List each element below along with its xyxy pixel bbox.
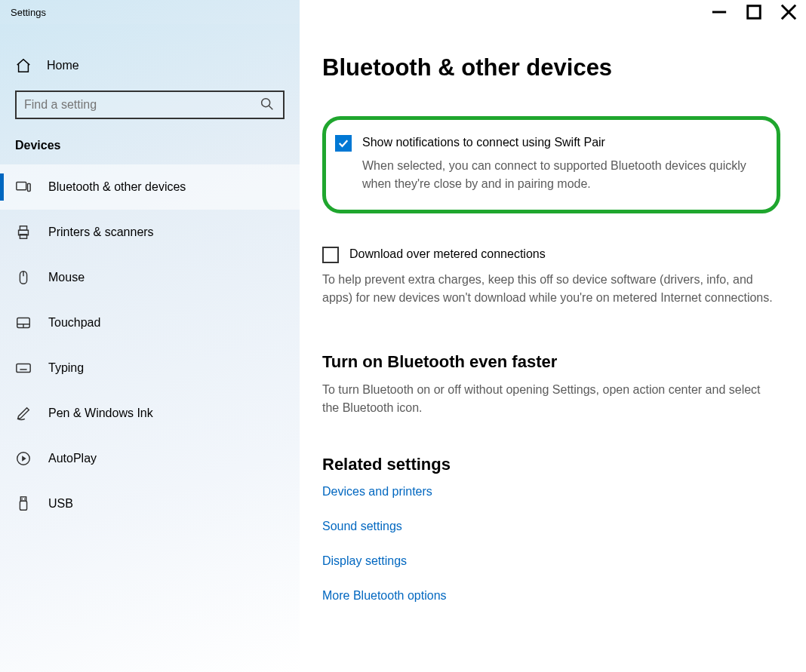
- sidebar: Home Devices Bluetooth & other devices P…: [0, 24, 300, 672]
- keyboard-icon: [15, 360, 36, 376]
- search-box[interactable]: [15, 91, 285, 119]
- faster-section: Turn on Bluetooth even faster To turn Bl…: [322, 352, 780, 417]
- sidebar-item-label: Pen & Windows Ink: [48, 407, 153, 420]
- related-link-bluetooth-options[interactable]: More Bluetooth options: [322, 589, 780, 603]
- sidebar-item-label: Typing: [48, 361, 84, 375]
- metered-description: To help prevent extra charges, keep this…: [322, 271, 780, 307]
- sidebar-item-label: Printers & scanners: [48, 226, 154, 239]
- content-area: Bluetooth & other devices Show notificat…: [300, 24, 806, 672]
- sidebar-item-touchpad[interactable]: Touchpad: [0, 300, 300, 345]
- page-title: Bluetooth & other devices: [322, 54, 780, 81]
- sidebar-item-label: USB: [48, 497, 73, 511]
- metered-section: Download over metered connections To hel…: [322, 247, 780, 307]
- window-title: Settings: [11, 7, 46, 18]
- maximize-button[interactable]: [737, 0, 771, 24]
- home-icon: [15, 57, 36, 74]
- home-row[interactable]: Home: [0, 51, 300, 86]
- metered-checkbox[interactable]: [322, 247, 339, 263]
- svg-rect-16: [17, 364, 30, 373]
- related-link-sound[interactable]: Sound settings: [322, 520, 780, 533]
- swift-pair-callout: Show notifications to connect using Swif…: [322, 116, 780, 213]
- sidebar-item-bluetooth[interactable]: Bluetooth & other devices: [0, 164, 300, 210]
- sidebar-item-label: Mouse: [48, 271, 85, 284]
- sidebar-item-typing[interactable]: Typing: [0, 345, 300, 391]
- svg-rect-1: [748, 6, 761, 19]
- titlebar: Settings: [0, 0, 806, 24]
- sidebar-item-mouse[interactable]: Mouse: [0, 255, 300, 300]
- svg-rect-7: [28, 183, 31, 191]
- sidebar-item-autoplay[interactable]: AutoPlay: [0, 436, 300, 481]
- pen-icon: [15, 405, 36, 422]
- svg-line-5: [269, 106, 272, 109]
- sidebar-item-printers[interactable]: Printers & scanners: [0, 210, 300, 255]
- related-heading: Related settings: [322, 455, 780, 474]
- minimize-button[interactable]: [702, 0, 737, 24]
- svg-marker-23: [22, 456, 26, 461]
- related-link-devices-printers[interactable]: Devices and printers: [322, 485, 780, 499]
- mouse-icon: [15, 269, 36, 286]
- metered-label: Download over metered connections: [349, 247, 780, 261]
- swift-pair-label: Show notifications to connect using Swif…: [362, 135, 761, 149]
- autoplay-icon: [15, 450, 36, 467]
- related-section: Related settings Devices and printers So…: [322, 455, 780, 603]
- close-button[interactable]: [771, 0, 806, 24]
- svg-rect-6: [17, 183, 26, 190]
- home-label: Home: [47, 59, 79, 72]
- sidebar-item-usb[interactable]: USB: [0, 481, 300, 526]
- search-input[interactable]: [24, 98, 259, 112]
- faster-description: To turn Bluetooth on or off without open…: [322, 381, 780, 417]
- touchpad-icon: [15, 315, 36, 331]
- sidebar-item-label: Bluetooth & other devices: [48, 180, 186, 194]
- sidebar-item-pen[interactable]: Pen & Windows Ink: [0, 391, 300, 436]
- svg-point-4: [262, 98, 270, 106]
- sidebar-item-label: Touchpad: [48, 316, 100, 330]
- printer-icon: [15, 224, 36, 241]
- svg-rect-25: [20, 501, 26, 510]
- category-label: Devices: [0, 134, 300, 164]
- related-link-display[interactable]: Display settings: [322, 554, 780, 568]
- swift-pair-description: When selected, you can connect to suppor…: [362, 157, 761, 193]
- svg-rect-9: [20, 226, 26, 231]
- usb-icon: [15, 496, 36, 512]
- swift-pair-checkbox[interactable]: [335, 135, 352, 152]
- devices-icon: [15, 179, 36, 195]
- sidebar-item-label: AutoPlay: [48, 452, 97, 465]
- search-icon: [259, 96, 275, 115]
- faster-heading: Turn on Bluetooth even faster: [322, 352, 780, 372]
